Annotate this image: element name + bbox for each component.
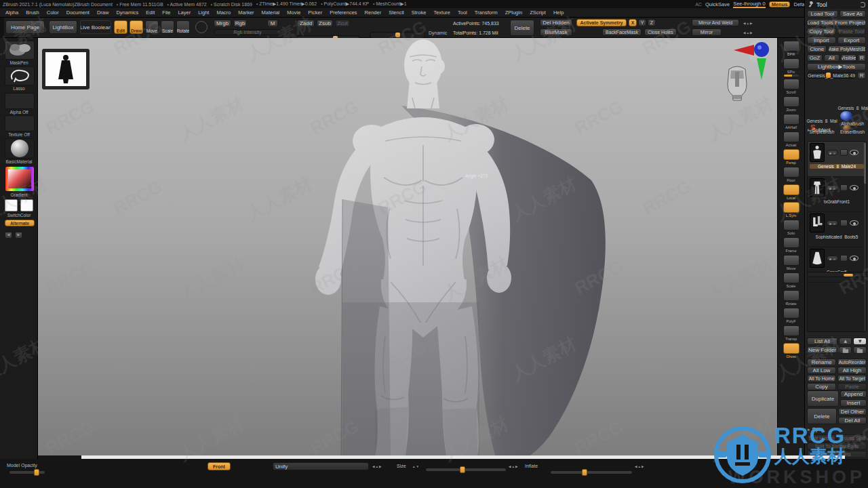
- load-tools-from-project-button[interactable]: Load Tools From Project: [807, 19, 866, 26]
- tool-name-slider[interactable]: Genesis_8_Male36 49: [807, 72, 856, 79]
- color-swatches[interactable]: [5, 199, 33, 211]
- menu-help[interactable]: Help: [553, 9, 564, 16]
- menu-layer[interactable]: Layer: [178, 9, 191, 16]
- alpha-brush-thumb[interactable]: [840, 111, 852, 121]
- axis-x-button[interactable]: X: [629, 19, 637, 26]
- activate-symmetry-button[interactable]: Activate Symmetry: [576, 19, 627, 26]
- sculpt-toggle-icon[interactable]: [840, 220, 848, 226]
- model-opacity-slider[interactable]: [9, 471, 45, 474]
- menu-transform[interactable]: Transform: [475, 9, 498, 16]
- export-button[interactable]: Export: [837, 37, 867, 44]
- tool-palette-header[interactable]: Tool: [805, 0, 868, 9]
- sculpt-model[interactable]: [38, 38, 777, 455]
- visibility-eye-icon[interactable]: [850, 150, 859, 155]
- split-hidden-button[interactable]: Split Hidden: [807, 434, 836, 442]
- shelf-aahalf-button[interactable]: AAHalf: [781, 114, 802, 129]
- menu-alpha[interactable]: Alpha: [5, 9, 18, 16]
- visibility-eye-icon[interactable]: [850, 220, 859, 226]
- paste-subtool-button[interactable]: Paste: [837, 383, 867, 390]
- split-to-similar-button[interactable]: Split To Similar Parts: [807, 443, 867, 450]
- menu-stroke[interactable]: Stroke: [412, 9, 427, 16]
- sculpt-toggle-icon[interactable]: [840, 149, 848, 156]
- new-folder-button[interactable]: New Folder: [807, 346, 837, 354]
- tray-history-icons[interactable]: ◀ ▶: [5, 232, 22, 239]
- color-picker[interactable]: [5, 166, 35, 192]
- all-high-button[interactable]: All High: [837, 367, 867, 374]
- paste-tool-button[interactable]: Paste Tool: [837, 28, 867, 35]
- menus-button[interactable]: Menus: [769, 1, 791, 7]
- alternate-button[interactable]: Alternate: [5, 220, 35, 226]
- menu-render[interactable]: Render: [365, 9, 382, 16]
- unify-nudge[interactable]: ◀▲▶: [372, 465, 382, 468]
- m-button[interactable]: M: [267, 20, 278, 27]
- copy-tool-button[interactable]: Copy Tool: [807, 28, 836, 35]
- unify-button[interactable]: Unify: [273, 462, 369, 470]
- menu-file[interactable]: File: [162, 9, 170, 16]
- zsub-button[interactable]: Zsub: [317, 20, 333, 27]
- goz-button[interactable]: GoZ: [807, 54, 823, 62]
- all-to-home-button[interactable]: All To Home: [807, 375, 836, 382]
- menu-zplugin[interactable]: ZPlugin: [505, 9, 522, 16]
- menu-picker[interactable]: Picker: [308, 9, 322, 16]
- sculpt-toggle-icon[interactable]: [840, 255, 848, 262]
- visibility-eye-icon[interactable]: [850, 185, 859, 190]
- del-hidden-button[interactable]: Del Hidden: [540, 19, 572, 26]
- delete-subtool-button[interactable]: Delete: [807, 408, 837, 424]
- clone-button[interactable]: Clone: [807, 45, 827, 53]
- menu-color[interactable]: Color: [47, 9, 59, 16]
- shelf-bpr-button[interactable]: BPR: [781, 41, 802, 56]
- axis-y-button[interactable]: Y: [638, 19, 646, 26]
- menu-light[interactable]: Light: [198, 9, 209, 16]
- mirror-nudge[interactable]: ◀▲▶: [743, 31, 753, 35]
- shelf-local-button[interactable]: Local: [781, 184, 802, 200]
- append-button[interactable]: Append: [840, 390, 867, 398]
- del-other-button[interactable]: Del Other: [838, 408, 867, 415]
- menu-stencil[interactable]: Stencil: [389, 9, 404, 16]
- menu-dynamics[interactable]: Dynamics: [116, 9, 138, 16]
- goz-all-button[interactable]: All: [824, 54, 840, 62]
- all-to-target-button[interactable]: All To Target: [837, 375, 867, 382]
- inflate-nudge[interactable]: ◀▲▶: [635, 465, 644, 468]
- shelf-rotate-button[interactable]: Rotate: [781, 290, 802, 306]
- rgb-intensity-slider[interactable]: Rgb Intensity: [214, 29, 281, 35]
- quicksave-button[interactable]: QuickSave: [705, 1, 730, 7]
- maskpen-brush-icon[interactable]: [5, 41, 35, 60]
- menu-tool[interactable]: Tool: [458, 9, 467, 16]
- texture-slot[interactable]: [5, 115, 35, 131]
- menu-zscript[interactable]: ZScript: [530, 9, 546, 16]
- mrgb-button[interactable]: Mrgb: [214, 20, 231, 27]
- menu-edit[interactable]: Edit: [146, 9, 155, 16]
- folder-down-icon[interactable]: [853, 346, 867, 354]
- close-holes-button[interactable]: Close Holes: [644, 28, 677, 36]
- menu-brush[interactable]: Brush: [26, 9, 39, 16]
- size-nudge[interactable]: ▲▼: [412, 465, 420, 468]
- lightbox-tools-button[interactable]: Lightbox▶Tools: [807, 63, 866, 70]
- material-ball-icon[interactable]: [5, 138, 35, 159]
- see-through-slider[interactable]: See-through 0: [733, 1, 766, 8]
- all-low-button[interactable]: All Low: [807, 367, 836, 374]
- tool-slider-r-button[interactable]: R: [857, 72, 866, 79]
- mirror-button[interactable]: Mirror: [692, 28, 722, 36]
- menu-texture[interactable]: Texture: [433, 9, 450, 16]
- make-polymesh3d-button[interactable]: Make PolyMesh3D: [828, 45, 866, 53]
- zadd-button[interactable]: Zadd: [297, 20, 315, 27]
- live-boolean-button[interactable]: Live Boolean: [80, 20, 111, 34]
- axis-z-button[interactable]: Z: [648, 19, 656, 26]
- duplicate-button[interactable]: Duplicate: [807, 390, 839, 407]
- alpha-slot[interactable]: [5, 93, 35, 109]
- shelf-floor-button[interactable]: Floor: [781, 167, 802, 182]
- delete-button[interactable]: Delete: [510, 20, 534, 36]
- cape-front-legs[interactable]: [342, 302, 479, 455]
- menu-marker[interactable]: Marker: [238, 9, 254, 16]
- shelf-polyf-button[interactable]: PolyF: [781, 308, 802, 323]
- list-all-button[interactable]: List All: [807, 338, 837, 345]
- shelf-transp-button[interactable]: Transp: [781, 325, 802, 341]
- save-as-button[interactable]: Save As: [840, 10, 866, 18]
- folder-up-icon[interactable]: [839, 346, 852, 354]
- paint-toggle-icon[interactable]: [827, 256, 838, 261]
- shelf-move-button[interactable]: Move: [781, 255, 802, 270]
- inflate-slider[interactable]: [551, 471, 632, 474]
- lightbox-button[interactable]: LightBox: [49, 20, 77, 34]
- paint-toggle-icon[interactable]: [827, 150, 838, 155]
- shelf-spix-button[interactable]: SPix: [781, 58, 802, 77]
